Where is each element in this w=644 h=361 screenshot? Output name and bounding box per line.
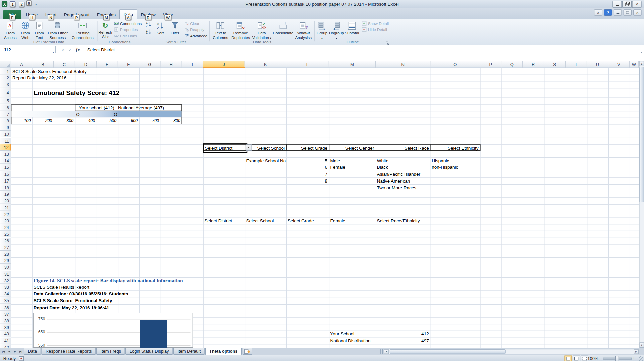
tab-data[interactable]: DataA <box>119 9 137 19</box>
cell-A2[interactable]: Report Date: May 22, 2016 <box>11 75 66 81</box>
cell-B33[interactable]: SCLS Scale Results Report <box>32 284 89 291</box>
clear-filter-button[interactable]: × Clear <box>183 20 200 26</box>
select-all-button[interactable] <box>0 61 11 68</box>
cell-A8[interactable]: 100 <box>11 118 32 124</box>
resize-grip[interactable] <box>639 356 643 361</box>
row-header-14[interactable]: 14 <box>0 157 11 164</box>
cell-J12[interactable]: Select District <box>203 144 245 151</box>
sort-button[interactable]: AZ Sort <box>154 20 167 39</box>
cell-O15[interactable]: non-Hispanic <box>431 164 458 171</box>
cell-B35[interactable]: SCLS Scale Score: Emotional Safety <box>32 297 112 304</box>
col-header-T[interactable]: T <box>566 61 587 68</box>
col-header-N[interactable]: N <box>376 61 431 68</box>
embedded-bar-chart[interactable]: 750650550 <box>33 313 193 348</box>
row-header-4[interactable]: 4 <box>0 88 11 98</box>
from-web-button[interactable]: From Web <box>19 20 32 39</box>
cell-L16[interactable]: 7 <box>286 171 329 177</box>
row-header-7[interactable]: 7 <box>0 111 11 118</box>
workbook-minimize-button[interactable] <box>614 9 622 15</box>
row-header-18[interactable]: 18 <box>0 184 11 191</box>
page-layout-view-button[interactable] <box>573 356 580 361</box>
show-detail-button[interactable]: + Show Detail <box>361 20 390 26</box>
col-header-U[interactable]: U <box>587 61 608 68</box>
zoom-in-button[interactable]: + <box>632 356 636 360</box>
zoom-slider-thumb[interactable] <box>615 356 619 361</box>
ungroup-button[interactable]: Ungroup <box>329 20 344 39</box>
row-header-21[interactable]: 21 <box>0 204 11 211</box>
col-header-L[interactable]: L <box>286 61 329 68</box>
row-header-9[interactable]: 9 <box>0 124 11 131</box>
cell-B4[interactable]: Emotional Safety Score: 412 <box>32 88 119 98</box>
cell-N17[interactable]: Native American <box>376 177 410 184</box>
validation-dropdown-button[interactable] <box>246 144 252 151</box>
zoom-level[interactable]: 100% <box>587 355 598 361</box>
cell-M23[interactable]: Female <box>329 217 345 224</box>
sort-descending-button[interactable]: ZA <box>144 28 152 35</box>
previous-sheet-button[interactable] <box>7 349 12 354</box>
scroll-down-button[interactable] <box>639 342 644 348</box>
normal-view-button[interactable] <box>564 356 572 361</box>
row-header-1[interactable]: 1 <box>0 68 11 75</box>
cell-L12[interactable]: Select Grade <box>286 144 329 151</box>
consolidate-button[interactable]: Consolidate <box>273 20 293 39</box>
workbook-restore-button[interactable] <box>624 9 632 15</box>
row-header-26[interactable]: 26 <box>0 237 11 244</box>
help-button[interactable] <box>604 9 612 15</box>
row-header-12[interactable]: 12 <box>0 144 11 151</box>
sheet-tab-login-status-display[interactable]: Login Status Display <box>126 348 173 355</box>
name-box[interactable]: J12 <box>1 46 56 53</box>
cell-M40[interactable]: Your School <box>329 331 354 337</box>
cell-A1[interactable]: SCLS Scale Score: Emotional Safety <box>11 68 86 75</box>
subtotal-button[interactable]: Subtotal <box>345 20 359 39</box>
horizontal-scroll-thumb[interactable] <box>390 349 506 354</box>
scroll-left-button[interactable] <box>384 349 389 354</box>
file-tab[interactable]: File F <box>3 10 21 19</box>
row-header-37[interactable]: 37 <box>0 311 11 317</box>
col-header-R[interactable]: R <box>523 61 544 68</box>
row-header-31[interactable]: 31 <box>0 271 11 277</box>
row-header-27[interactable]: 27 <box>0 244 11 251</box>
row-header-23[interactable]: 23 <box>0 217 11 224</box>
cell-M41[interactable]: National Distribution <box>329 337 371 344</box>
sheet-tab-item-default[interactable]: Item Default <box>173 348 205 355</box>
cell-N18[interactable]: Two or More Races <box>376 184 416 191</box>
cell-M14[interactable]: Male <box>329 157 340 164</box>
cell-B36[interactable]: Report Date: May 22, 2016 18:06:41 <box>32 304 109 311</box>
advanced-filter-button[interactable]: Advanced <box>183 33 208 38</box>
col-header-C[interactable]: C <box>54 61 75 68</box>
formula-input[interactable]: Select District <box>87 46 636 53</box>
row-header-15[interactable]: 15 <box>0 164 11 171</box>
row-header-16[interactable]: 16 <box>0 171 11 177</box>
col-header-M[interactable]: M <box>329 61 376 68</box>
scroll-right-button[interactable] <box>634 349 639 354</box>
tab-formulas[interactable]: FormulasM <box>93 10 120 19</box>
cell-F6[interactable]: National Average (497) <box>118 104 161 111</box>
data-validation-button[interactable]: ✓ Data Validation <box>252 20 272 39</box>
cell-D8[interactable]: 400 <box>75 118 97 124</box>
insert-worksheet-button[interactable] <box>242 348 252 355</box>
cell-G8[interactable]: 700 <box>139 118 161 124</box>
cell-J23[interactable]: Select District <box>203 217 232 224</box>
remove-duplicates-button[interactable]: × Remove Duplicates <box>231 20 251 39</box>
text-to-columns-button[interactable]: Text to Columns <box>211 20 230 39</box>
row-header-25[interactable]: 25 <box>0 231 11 237</box>
cell-N15[interactable]: Black <box>376 164 388 171</box>
name-box-dropdown-icon[interactable] <box>52 48 54 56</box>
cell-H8[interactable]: 800 <box>161 118 182 124</box>
workbook-close-button[interactable] <box>633 9 642 15</box>
last-sheet-button[interactable] <box>18 349 23 354</box>
close-button[interactable] <box>632 1 641 8</box>
row-header-24[interactable]: 24 <box>0 224 11 231</box>
cell-O12[interactable]: Select Ethnicity <box>431 144 481 151</box>
col-header-O[interactable]: O <box>431 61 480 68</box>
row-header-20[interactable]: 20 <box>0 198 11 204</box>
cell-B34[interactable]: Data Collection: 03/30/16-05/25/16: Stud… <box>32 290 128 297</box>
row-header-29[interactable]: 29 <box>0 257 11 264</box>
row-header-33[interactable]: 33 <box>0 284 11 291</box>
col-header-K[interactable]: K <box>245 61 286 68</box>
row-header-6[interactable]: 6 <box>0 104 11 111</box>
enter-entry-button[interactable] <box>67 46 73 53</box>
sheet-tab-item-freqs[interactable]: Item Freqs <box>96 348 125 355</box>
outline-dialog-launcher[interactable] <box>385 40 390 44</box>
what-if-analysis-button[interactable]: ? What-If Analysis <box>294 20 313 39</box>
